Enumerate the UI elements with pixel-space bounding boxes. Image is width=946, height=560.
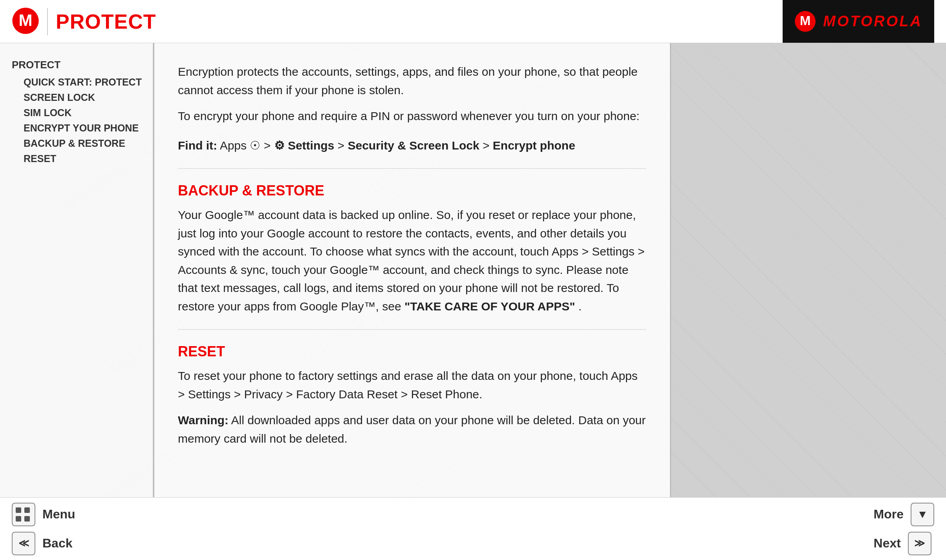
- more-icon: ▼: [911, 503, 934, 526]
- next-button[interactable]: Next ≫: [874, 532, 934, 555]
- motorola-logo: M: [12, 7, 39, 36]
- divider-1: [178, 168, 646, 169]
- reset-section-title: RESET: [178, 343, 646, 360]
- footer: Menu ≪ Back More ▼ Next ≫: [0, 497, 946, 560]
- svg-text:M: M: [19, 11, 33, 29]
- sidebar-item-protect-top[interactable]: PROTECT: [12, 59, 145, 71]
- brand-name: MOTOROLA: [823, 13, 922, 30]
- page-title: PROTECT: [56, 10, 156, 33]
- header: M PROTECT M MOTOROLA: [0, 0, 946, 43]
- more-label: More: [874, 507, 904, 522]
- sidebar-item-quickstart[interactable]: QUICK START: PROTECT: [12, 77, 145, 88]
- backup-paragraph: Your Google™ account data is backed up o…: [178, 206, 646, 316]
- back-label: Back: [42, 536, 73, 551]
- body-area: PROTECT QUICK START: PROTECT SCREEN LOCK…: [0, 43, 946, 497]
- next-label: Next: [874, 536, 901, 551]
- brand-logo-icon: M: [794, 11, 816, 32]
- more-button[interactable]: More ▼: [874, 503, 934, 526]
- menu-button[interactable]: Menu: [12, 503, 75, 526]
- back-button[interactable]: ≪ Back: [12, 532, 75, 555]
- find-it-label: Find it:: [178, 139, 217, 152]
- sidebar-nav: PROTECT QUICK START: PROTECT SCREEN LOCK…: [12, 59, 145, 164]
- main-content: Encryption protects the accounts, settin…: [153, 43, 671, 497]
- sidebar-item-encrypt[interactable]: ENCRYPT YOUR PHONE: [12, 122, 145, 134]
- right-watermark-area: [671, 43, 946, 497]
- backup-period: .: [578, 300, 582, 313]
- divider-2: [178, 329, 646, 330]
- menu-label: Menu: [42, 507, 75, 522]
- reset-warning-text: All downloaded apps and user data on you…: [178, 414, 646, 445]
- footer-right: More ▼ Next ≫: [874, 503, 934, 555]
- sidebar-item-backup[interactable]: BACKUP & RESTORE: [12, 138, 145, 149]
- backup-smallcaps: "TAKE CARE OF YOUR APPS": [404, 300, 575, 313]
- sidebar-item-screenlock[interactable]: SCREEN LOCK: [12, 92, 145, 103]
- encrypt-paragraph-1: Encryption protects the accounts, settin…: [178, 63, 646, 126]
- footer-left: Menu ≪ Back: [12, 503, 75, 555]
- backup-section-title: BACKUP & RESTORE: [178, 182, 646, 199]
- reset-paragraph: To reset your phone to factory settings …: [178, 367, 646, 448]
- encrypt-path: Apps ☉ > ⚙ Settings > Security & Screen …: [220, 139, 575, 152]
- header-divider: [47, 8, 48, 35]
- backup-text-1: Your Google™ account data is backed up o…: [178, 208, 645, 313]
- sidebar: PROTECT QUICK START: PROTECT SCREEN LOCK…: [0, 43, 153, 497]
- sidebar-item-simlock[interactable]: SIM LOCK: [12, 107, 145, 119]
- sidebar-item-reset[interactable]: RESET: [12, 153, 145, 164]
- reset-warning-label: Warning:: [178, 414, 229, 427]
- header-left: M PROTECT: [12, 7, 156, 36]
- encrypt-find-it: Find it: Apps ☉ > ⚙ Settings > Security …: [178, 137, 646, 155]
- motorola-brand-header: M MOTOROLA: [783, 0, 934, 43]
- next-icon: ≫: [908, 532, 931, 555]
- back-icon: ≪: [12, 532, 35, 555]
- menu-icon: [12, 503, 35, 526]
- svg-text:M: M: [800, 13, 811, 28]
